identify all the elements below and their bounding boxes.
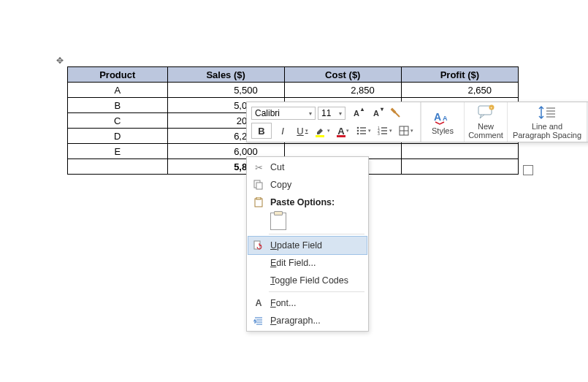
cell-product[interactable] bbox=[68, 159, 168, 175]
svg-text:A: A bbox=[443, 115, 448, 122]
col-profit: Profit ($) bbox=[401, 67, 518, 83]
copy-icon bbox=[253, 179, 264, 191]
table-resize-handle[interactable] bbox=[523, 165, 533, 175]
ctx-font[interactable]: A Font... bbox=[248, 294, 367, 312]
table-anchor-icon: ✥ bbox=[56, 56, 64, 65]
styles-icon: A A bbox=[433, 109, 452, 125]
svg-rect-31 bbox=[256, 197, 261, 199]
col-cost: Cost ($) bbox=[284, 67, 401, 83]
highlight-button[interactable]: ▾ bbox=[313, 123, 332, 138]
cell-product[interactable]: B bbox=[68, 98, 168, 113]
col-product: Product bbox=[68, 67, 168, 83]
ctx-cut[interactable]: ✂ Cut bbox=[248, 158, 367, 176]
line-spacing-icon bbox=[538, 104, 557, 121]
borders-button[interactable]: ▾ bbox=[397, 123, 416, 138]
svg-text:+: + bbox=[490, 105, 492, 110]
ctx-paste-options-label: Paste Options: bbox=[248, 194, 367, 211]
cell-product[interactable]: A bbox=[68, 83, 168, 98]
font-color-button[interactable]: A▾ bbox=[335, 123, 352, 138]
ctx-edit-field[interactable]: Edit Field... bbox=[248, 254, 367, 272]
italic-button[interactable]: I bbox=[274, 123, 291, 138]
cut-icon: ✂ bbox=[253, 161, 264, 173]
mini-toolbar: Calibri ▾ 11 ▾ A▴ A▾ B I U▾ ▾ bbox=[246, 102, 588, 142]
clipboard-icon bbox=[270, 213, 286, 230]
format-painter-button[interactable] bbox=[387, 106, 405, 121]
ctx-paragraph[interactable]: Paragraph... bbox=[248, 312, 367, 329]
cell-profit[interactable] bbox=[401, 144, 518, 159]
svg-rect-7 bbox=[381, 127, 387, 128]
cell-sales[interactable]: 5,500 bbox=[167, 83, 284, 98]
line-spacing-button[interactable]: Line and Paragraph Spacing bbox=[507, 102, 587, 142]
bullets-button[interactable]: ▾ bbox=[354, 123, 373, 138]
dropdown-caret-icon: ▾ bbox=[339, 110, 342, 117]
increase-font-button[interactable]: A▴ bbox=[348, 106, 365, 121]
svg-rect-9 bbox=[381, 130, 387, 131]
svg-rect-3 bbox=[360, 130, 366, 131]
svg-point-0 bbox=[357, 127, 359, 129]
dropdown-caret-icon: ▾ bbox=[309, 110, 312, 117]
cell-product[interactable]: E bbox=[68, 144, 168, 159]
cell-product[interactable]: D bbox=[68, 129, 168, 144]
svg-rect-29 bbox=[256, 183, 262, 189]
bold-button[interactable]: B bbox=[251, 123, 272, 139]
svg-rect-5 bbox=[360, 133, 366, 134]
decrease-font-button[interactable]: A▾ bbox=[367, 106, 385, 121]
ctx-update-field[interactable]: Update Field bbox=[248, 236, 367, 255]
svg-text:3: 3 bbox=[378, 131, 380, 136]
styles-label: Styles bbox=[432, 126, 454, 135]
svg-rect-11 bbox=[381, 133, 387, 134]
font-name-combo[interactable]: Calibri ▾ bbox=[251, 107, 316, 120]
svg-rect-30 bbox=[255, 199, 262, 207]
paragraph-icon bbox=[253, 315, 264, 326]
svg-rect-1 bbox=[360, 127, 366, 128]
cell-product[interactable]: C bbox=[68, 113, 168, 129]
font-size-value: 11 bbox=[321, 108, 331, 118]
font-size-combo[interactable]: 11 ▾ bbox=[318, 107, 345, 120]
styles-button[interactable]: A A Styles bbox=[421, 102, 464, 142]
paste-icon bbox=[253, 196, 264, 208]
ctx-toggle-field-codes[interactable]: Toggle Field Codes bbox=[248, 272, 367, 289]
paintbrush-icon bbox=[390, 107, 402, 119]
ctx-copy[interactable]: Copy bbox=[248, 176, 367, 194]
ctx-paste-option-default[interactable] bbox=[248, 211, 367, 232]
font-name-value: Calibri bbox=[255, 108, 280, 118]
numbering-icon: 1 2 3 bbox=[378, 126, 388, 136]
svg-text:A: A bbox=[434, 111, 441, 123]
cell-profit[interactable]: 2,650 bbox=[401, 83, 518, 98]
update-field-icon bbox=[253, 240, 264, 251]
col-sales: Sales ($) bbox=[167, 67, 284, 83]
borders-icon bbox=[399, 126, 409, 136]
line-spacing-label: Line and Paragraph Spacing bbox=[512, 122, 582, 140]
bullets-icon bbox=[356, 126, 367, 136]
table-header-row: Product Sales ($) Cost ($) Profit ($) bbox=[68, 67, 519, 83]
new-comment-button[interactable]: + New Comment bbox=[464, 102, 507, 142]
highlight-icon bbox=[316, 126, 326, 136]
svg-point-2 bbox=[357, 130, 359, 132]
numbering-button[interactable]: 1 2 3 ▾ bbox=[375, 123, 394, 138]
new-comment-label: New Comment bbox=[468, 122, 503, 140]
comment-icon: + bbox=[476, 104, 495, 121]
underline-button[interactable]: U▾ bbox=[294, 123, 311, 138]
svg-point-4 bbox=[357, 133, 359, 135]
context-menu: ✂ Cut Copy Paste Options: Update Field E… bbox=[246, 156, 369, 332]
separator bbox=[269, 291, 364, 292]
table-row: A 5,500 2,850 2,650 bbox=[68, 83, 519, 98]
font-icon: A bbox=[253, 297, 264, 309]
cell-profit[interactable] bbox=[401, 159, 518, 175]
cell-cost[interactable]: 2,850 bbox=[284, 83, 401, 98]
separator bbox=[269, 234, 364, 234]
